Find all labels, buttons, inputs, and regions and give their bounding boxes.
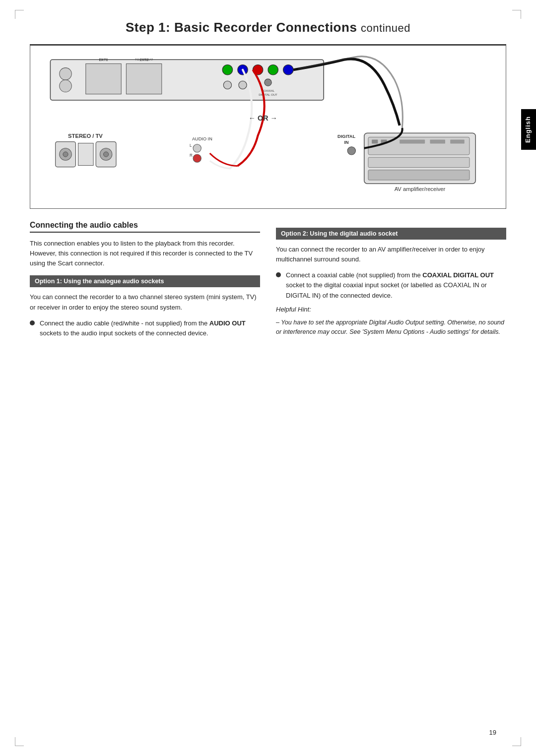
svg-text:AUDIO IN: AUDIO IN — [192, 137, 212, 142]
option2-box: Option 2: Using the digital audio socket — [276, 228, 506, 240]
svg-text:DIGITAL OUT: DIGITAL OUT — [259, 93, 277, 96]
svg-point-13 — [283, 65, 293, 75]
svg-point-14 — [223, 81, 231, 89]
svg-text:L: L — [190, 143, 192, 148]
svg-rect-40 — [430, 139, 445, 143]
svg-rect-27 — [78, 143, 94, 166]
svg-text:TO TV: TO TV — [99, 58, 109, 61]
option1-body: You can connect the recorder to a two ch… — [30, 292, 260, 312]
language-tab: English — [521, 109, 536, 150]
corner-mark-bl — [15, 737, 24, 746]
svg-point-2 — [60, 80, 71, 92]
svg-point-15 — [239, 81, 247, 89]
svg-text:IN: IN — [344, 140, 349, 145]
svg-rect-41 — [450, 139, 465, 143]
svg-text:STEREO / TV: STEREO / TV — [68, 133, 103, 139]
bullet-dot-2 — [276, 272, 281, 277]
left-column: Connecting the audio cables This connect… — [30, 221, 260, 343]
option1-label: Option 1: Using the analogue audio socke… — [35, 278, 164, 285]
svg-point-44 — [347, 147, 355, 155]
title-continued: continued — [361, 22, 410, 34]
svg-rect-35 — [368, 157, 469, 167]
option1-bullet-text: Connect the audio cable (red/white - not… — [40, 318, 260, 338]
helpful-hint-title: Helpful Hint: — [276, 306, 506, 313]
svg-point-12 — [268, 65, 278, 75]
bullet-dot-1 — [30, 320, 35, 325]
svg-rect-39 — [400, 139, 425, 143]
svg-rect-5 — [126, 63, 161, 94]
right-column: Option 2: Using the digital audio socket… — [276, 221, 506, 337]
svg-rect-36 — [368, 170, 469, 180]
option2-body: You can connect the recorder to an AV am… — [276, 245, 506, 264]
option2-bullet: Connect a coaxial cable (not supplied) f… — [276, 270, 506, 300]
svg-point-23 — [63, 152, 68, 157]
page-container: English Step 1: Basic Recorder Connectio… — [0, 0, 536, 756]
diagram-svg: EXT1 EXT2 TO TV TO VCN/SAT COAXIAL DIGIT… — [40, 54, 496, 202]
diagram-area: EXT1 EXT2 TO TV TO VCN/SAT COAXIAL DIGIT… — [30, 45, 506, 209]
section-heading: Connecting the audio cables — [30, 221, 260, 233]
svg-point-1 — [60, 68, 71, 80]
corner-mark-br — [512, 737, 521, 746]
page-number: 19 — [489, 729, 496, 736]
svg-point-9 — [222, 65, 232, 75]
option1-bullet: Connect the audio cable (red/white - not… — [30, 318, 260, 338]
option2-bullet-text: Connect a coaxial cable (not supplied) f… — [286, 270, 506, 300]
helpful-hint-text: – You have to set the appropriate Digita… — [276, 318, 506, 337]
svg-point-30 — [193, 144, 201, 152]
two-column-layout: Connecting the audio cables This connect… — [30, 221, 506, 343]
corner-mark-tl — [15, 10, 24, 19]
svg-rect-3 — [86, 63, 121, 94]
svg-point-26 — [104, 152, 109, 157]
page-title: Step 1: Basic Recorder Connections conti… — [30, 20, 506, 35]
svg-point-32 — [193, 154, 201, 162]
helpful-hint-block: Helpful Hint: – You have to set the appr… — [276, 306, 506, 337]
svg-text:← OR →: ← OR → — [249, 114, 277, 122]
svg-text:AV amplifier/receiver: AV amplifier/receiver — [395, 187, 446, 192]
option1-box: Option 1: Using the analogue audio socke… — [30, 275, 260, 287]
svg-point-18 — [265, 79, 271, 86]
corner-mark-tr — [512, 10, 521, 19]
svg-text:R: R — [190, 153, 193, 158]
svg-text:DIGITAL: DIGITAL — [337, 134, 355, 139]
option2-label: Option 2: Using the digital audio socket — [281, 230, 398, 237]
svg-rect-37 — [372, 139, 378, 143]
intro-text: This connection enables you to listen to… — [30, 239, 260, 268]
svg-text:TO VCN/SAT: TO VCN/SAT — [135, 58, 153, 61]
